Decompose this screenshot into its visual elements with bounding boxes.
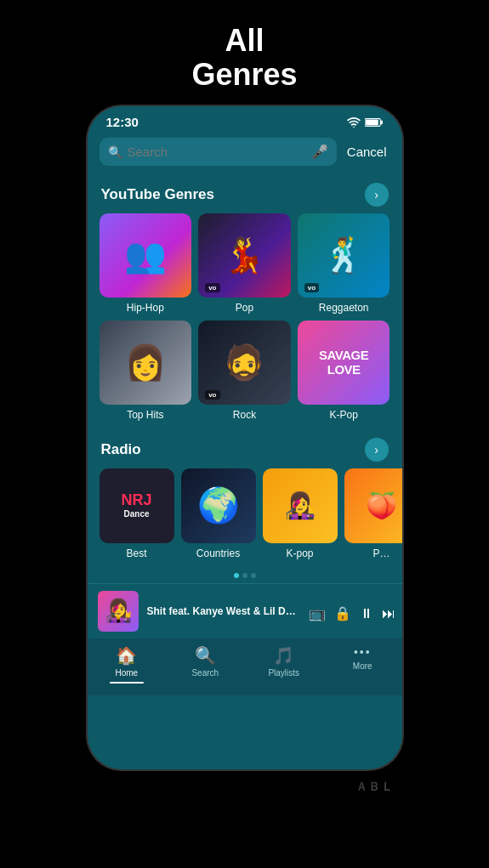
radio-thumb-best: NRJ Dance [100,468,174,543]
svg-rect-1 [366,119,378,125]
genre-item-hiphop[interactable]: 👥 Hip-Hop [100,213,192,314]
search-input-wrap[interactable]: 🔍 🎤 [100,138,337,166]
nav-label-playlists: Playlists [268,668,299,678]
page-title: All Genres [191,24,297,91]
nav-label-home: Home [115,668,138,678]
wifi-icon [347,117,361,128]
radio-thumb-extra: 🍑 [344,468,402,543]
pop-figure: 💃 [223,235,265,275]
radio-grid: NRJ Dance Best 🌍 Countries 👩‍🎤 K-pop [88,468,402,570]
nav-item-playlists[interactable]: 🎵 Playlists [259,645,310,684]
youtube-genres-header: YouTube Genres › [88,174,402,213]
genre-label-reggaeton: Reggaeton [319,302,369,314]
radio-label-kpop: K-pop [286,547,313,559]
radio-title: Radio [101,441,141,458]
genre-item-pop[interactable]: 💃 vo Pop [198,213,291,314]
phone-frame: 12:30 🔍 🎤 Cancel YouTube Genres › [88,106,402,769]
svg-rect-2 [380,120,382,123]
genre-item-tophits[interactable]: 👩 Top Hits [100,321,192,421]
genre-label-kpop: K-Pop [329,409,357,421]
battery-icon [365,117,384,128]
radio-label-extra: P… [372,547,389,559]
progress-dots [88,570,402,583]
search-nav-icon: 🔍 [195,645,216,666]
pop-vo-badge: vo [205,283,219,292]
dot-3 [251,573,256,578]
radio-label-countries: Countries [196,547,240,559]
kpop-savage-love: SAVAGELOVE [298,321,390,405]
nrj-logo: NRJ [121,492,151,509]
next-icon[interactable]: ⏭ [382,606,395,621]
more-icon: ••• [354,645,372,659]
status-time: 12:30 [106,115,139,129]
mic-icon[interactable]: 🎤 [311,144,328,160]
genre-label-pop: Pop [236,302,253,314]
nav-item-search[interactable]: 🔍 Search [179,645,230,684]
cast-icon[interactable]: 📺 [309,605,326,621]
genre-item-reggaeton[interactable]: 🕺 vo Reggaeton [298,213,390,314]
bottom-nav: 🏠 Home 🔍 Search 🎵 Playlists ••• More [88,638,402,695]
search-bar: 🔍 🎤 Cancel [88,133,402,174]
genre-item-rock[interactable]: 🧔 vo Rock [198,321,291,421]
nav-underline-home [110,682,144,684]
radio-item-kpop[interactable]: 👩‍🎤 K-pop [263,468,338,559]
reggaeton-figure: 🕺 [322,235,365,275]
radio-label-best: Best [126,547,146,559]
pause-icon[interactable]: ⏸ [360,606,373,621]
nav-item-home[interactable]: 🏠 Home [101,645,152,684]
now-playing-info: Shit feat. Kanye West & Lil Durk [Offic [147,605,300,617]
genre-thumb-hiphop: 👥 [100,213,192,298]
tophits-figure: 👩 [124,343,167,383]
reggaeton-vo-badge: vo [304,283,319,292]
nav-label-search: Search [191,668,219,678]
dot-2 [242,573,247,578]
genre-thumb-pop: 💃 vo [198,213,291,298]
now-playing-controls: 📺 🔒 ⏸ ⏭ [309,605,395,621]
cancel-button[interactable]: Cancel [344,145,390,159]
scroll-content: YouTube Genres › 👥 Hip-Hop 💃 [88,174,402,583]
nav-item-more[interactable]: ••• More [337,645,388,684]
genre-label-tophits: Top Hits [127,409,163,421]
radio-header: Radio › [88,429,402,468]
genre-label-hiphop: Hip-Hop [127,302,164,314]
radio-item-extra[interactable]: 🍑 P… [344,468,402,559]
radio-item-best[interactable]: NRJ Dance Best [100,468,174,559]
radio-arrow-btn[interactable]: › [365,438,389,462]
genre-thumb-kpop: SAVAGELOVE [298,321,390,405]
rock-vo-badge: vo [205,390,219,400]
hiphop-figure: 👥 [124,235,167,275]
search-input[interactable] [128,145,306,159]
radio-item-countries[interactable]: 🌍 Countries [181,468,256,559]
youtube-genres-grid: 👥 Hip-Hop 💃 vo Pop [88,213,402,429]
brand-area: ＡＢＬ [88,780,402,795]
rock-figure: 🧔 [223,343,265,383]
radio-thumb-countries: 🌍 [181,468,256,543]
now-playing-title: Shit feat. Kanye West & Lil Durk [Offic [147,605,300,617]
status-icons [347,117,384,128]
playlists-icon: 🎵 [273,645,294,666]
nav-label-more: More [353,661,372,671]
youtube-genres-arrow-btn[interactable]: › [365,183,389,207]
search-magnifier-icon: 🔍 [108,145,122,159]
dot-1 [234,573,239,578]
radio-thumb-kpop: 👩‍🎤 [263,468,338,543]
genre-thumb-reggaeton: 🕺 vo [298,213,390,298]
now-playing-bar: 👩‍🎤 Shit feat. Kanye West & Lil Durk [Of… [88,583,402,638]
now-playing-thumb: 👩‍🎤 [98,591,139,632]
home-icon: 🏠 [116,645,137,666]
youtube-genres-title: YouTube Genres [101,186,215,203]
nrj-dance-label: Dance [123,509,149,519]
genre-item-kpop[interactable]: SAVAGELOVE K-Pop [298,321,390,421]
status-bar: 12:30 [88,106,402,133]
lock-icon[interactable]: 🔒 [334,605,351,621]
genre-label-rock: Rock [233,409,256,421]
brand-logo: ＡＢＬ [355,780,394,795]
genre-thumb-rock: 🧔 vo [198,321,291,405]
genre-thumb-tophits: 👩 [100,321,192,405]
